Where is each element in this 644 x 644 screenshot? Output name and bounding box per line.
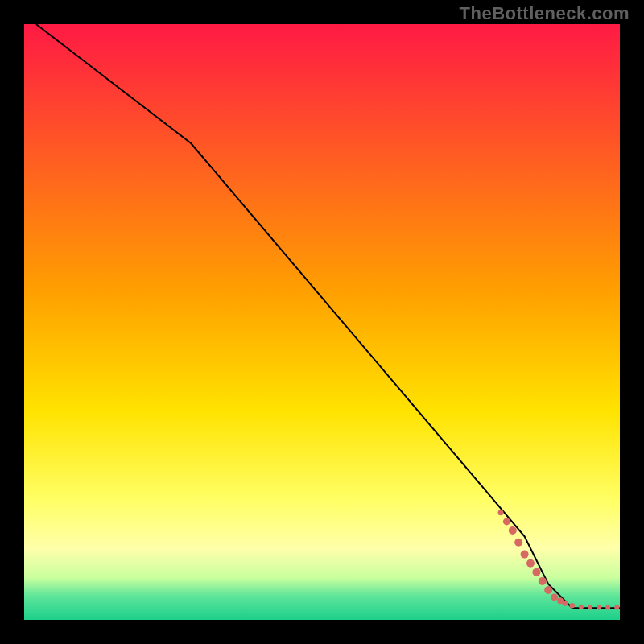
data-point (597, 605, 601, 610)
data-point (605, 605, 610, 610)
chart-frame: TheBottleneck.com (0, 0, 644, 644)
chart-svg (24, 24, 620, 620)
data-point (503, 518, 510, 525)
data-point (509, 526, 517, 535)
data-point (614, 605, 619, 610)
data-point (551, 593, 558, 601)
data-point (579, 605, 584, 609)
data-point (539, 577, 547, 585)
data-point (526, 559, 535, 568)
data-point (498, 510, 504, 515)
data-point (562, 601, 568, 606)
data-point (588, 605, 592, 610)
data-point (521, 551, 529, 559)
gradient-background (24, 24, 620, 620)
chart-plot-area (24, 24, 620, 620)
data-point (532, 568, 540, 576)
watermark-text: TheBottleneck.com (460, 3, 630, 24)
data-point (544, 586, 552, 594)
data-point (570, 603, 575, 608)
data-point (514, 539, 522, 547)
